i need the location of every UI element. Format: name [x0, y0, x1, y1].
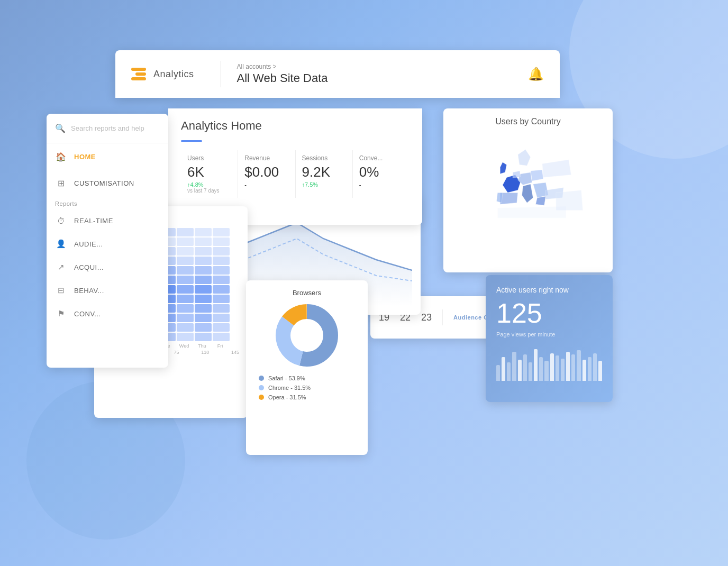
heatmap-cell [213, 295, 230, 303]
report-item-realtime[interactable]: ⏱ REAL-TIME [47, 209, 168, 232]
heatmap-cell [213, 266, 230, 275]
report-item-conversions[interactable]: ⚑ CONV... [47, 302, 168, 325]
bell-icon[interactable]: 🔔 [528, 67, 544, 81]
legend-num: 145 [231, 350, 239, 355]
report-item-acquisition[interactable]: ↗ ACQUI... [47, 255, 168, 279]
chrome-dot [259, 385, 264, 390]
mini-bar [502, 357, 505, 381]
mini-bar [523, 354, 527, 381]
metric-value-revenue: $0.00 [244, 164, 288, 180]
mini-bar [518, 360, 522, 381]
header-card: Analytics All accounts > All Web Site Da… [115, 50, 560, 98]
metric-change-revenue: - [244, 181, 288, 188]
heatmap-cell [213, 276, 230, 284]
chrome-label: Chrome - 31.5% [268, 385, 311, 391]
search-icon: 🔍 [55, 123, 66, 133]
mini-bar [598, 361, 602, 381]
nav-item-customisation[interactable]: ⊞ CUSTOMISATION [47, 170, 168, 196]
legend-num: 110 [201, 350, 209, 355]
day-label: Fri [212, 343, 229, 349]
heatmap-cell [213, 314, 230, 322]
heatmap-cell [195, 314, 212, 322]
mini-bar [512, 352, 516, 381]
heatmap-cell [177, 257, 194, 265]
heatmap-cell [213, 323, 230, 332]
metric-value-sessions: 9.2K [302, 164, 346, 180]
heatmap-cell [177, 276, 194, 284]
active-users-title: Active users right now [496, 286, 602, 294]
report-item-behaviour[interactable]: ⊟ BEHAV... [47, 279, 168, 302]
mini-bar [561, 359, 565, 381]
metric-sessions: Sessions 9.2K ↑7.5% [296, 150, 353, 198]
donut-container [254, 301, 359, 370]
divider [442, 309, 443, 325]
day-label: Wed [176, 343, 193, 349]
analytics-home-title: Analytics Home [181, 119, 410, 133]
realtime-icon: ⏱ [55, 215, 67, 226]
heatmap-cell [195, 266, 212, 275]
metric-label-conversions: Conve... [359, 154, 403, 162]
heatmap-cell [213, 228, 230, 236]
app-name: Analytics [153, 69, 194, 80]
map-container [452, 132, 604, 259]
heatmap-cell [177, 285, 194, 294]
mini-bar [566, 352, 570, 381]
svg-point-5 [291, 319, 323, 351]
heatmap-cell [177, 228, 194, 236]
browser-legend: Safari - 53.9% Chrome - 31.5% Opera - 31… [254, 375, 359, 400]
app-logo [131, 68, 146, 80]
mini-bar [534, 349, 538, 381]
mini-bar-chart [496, 344, 602, 381]
active-users-number: 125 [496, 297, 602, 329]
country-title: Users by Country [452, 117, 604, 126]
mini-bar [583, 360, 586, 381]
heatmap-cell [195, 276, 212, 284]
mini-bar [507, 362, 511, 381]
reports-section-label: Reports [47, 196, 168, 209]
heatmap-cell [213, 238, 230, 246]
heatmap-cell [213, 247, 230, 255]
metric-change-users: ↑4.8% [187, 181, 231, 188]
heatmap-cell [195, 285, 212, 294]
tab-underline [181, 140, 202, 142]
nav-label-customisation: CUSTOMISATION [74, 179, 134, 187]
mini-bar [550, 353, 554, 381]
heatmap-cell [195, 333, 212, 341]
mini-bar [556, 355, 559, 381]
nav-item-home[interactable]: 🏠 HOME [47, 143, 168, 170]
safari-dot [259, 376, 264, 381]
legend-item-safari: Safari - 53.9% [259, 375, 355, 381]
heatmap-cell [177, 247, 194, 255]
metric-conversions: Conve... 0% - [353, 150, 410, 198]
metric-users: Users 6K ↑4.8% vs last 7 days [181, 150, 238, 198]
day-label: Thu [194, 343, 211, 349]
mini-bar [593, 353, 597, 381]
heatmap-cell [177, 295, 194, 303]
home-icon: 🏠 [55, 151, 67, 162]
heatmap-cell [213, 257, 230, 265]
metric-revenue: Revenue $0.00 - [238, 150, 295, 198]
conversions-icon: ⚑ [55, 308, 67, 319]
heatmap-cell [195, 323, 212, 332]
heatmap-cell [195, 228, 212, 236]
logo-bar-3 [131, 77, 146, 80]
breadcrumb-parent[interactable]: All accounts > [237, 63, 328, 70]
donut-chart [272, 301, 341, 370]
browsers-card: Browsers Safari - 53.9% Chrome - 3 [246, 280, 368, 455]
mini-bar [529, 362, 532, 381]
active-users-sub: Page views per minute [496, 331, 602, 337]
heatmap-cell [213, 285, 230, 294]
heatmap-cell [195, 304, 212, 313]
opera-label: Opera - 31.5% [268, 394, 306, 400]
metrics-row: Users 6K ↑4.8% vs last 7 days Revenue $0… [181, 150, 410, 198]
audience-icon: 👤 [55, 238, 67, 250]
search-placeholder[interactable]: Search reports and help [71, 124, 144, 132]
active-users-card: Active users right now 125 Page views pe… [486, 275, 613, 402]
opera-dot [259, 395, 264, 400]
metric-value-conversions: 0% [359, 164, 403, 180]
metric-label-revenue: Revenue [244, 154, 288, 162]
report-item-audience[interactable]: 👤 AUDIE... [47, 232, 168, 255]
mini-bar [588, 357, 592, 381]
mini-bar [496, 365, 500, 381]
sidebar: 🔍 Search reports and help 🏠 HOME ⊞ CUSTO… [47, 114, 168, 368]
